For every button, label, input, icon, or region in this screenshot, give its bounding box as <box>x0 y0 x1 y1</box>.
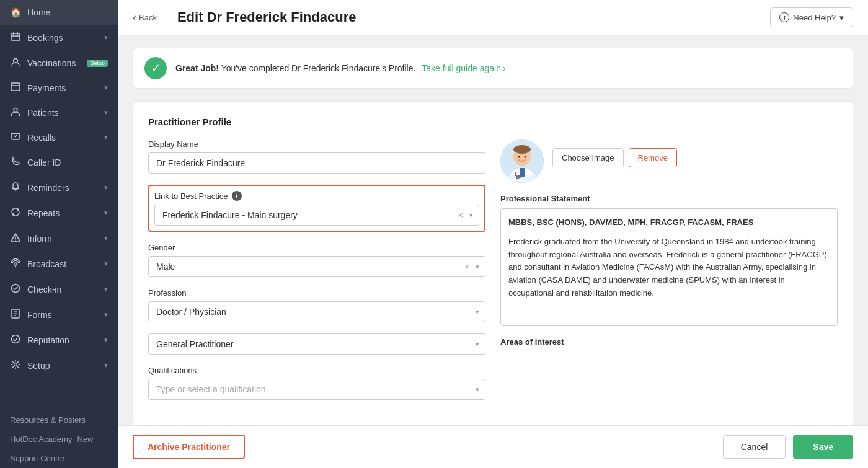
avatar-buttons: Choose Image Remove <box>552 148 677 167</box>
sidebar-item-label: Repeats <box>27 208 98 218</box>
footer-right: Cancel Save <box>723 435 853 459</box>
sidebar-item-repeats[interactable]: Repeats ▾ <box>0 200 118 226</box>
card-title: Practitioner Profile <box>148 117 838 127</box>
areas-of-interest-group: Areas of Interest <box>500 337 838 347</box>
form-right: Choose Image Remove Professional Stateme… <box>500 139 838 411</box>
sidebar-item-label: Setup <box>27 361 98 371</box>
display-name-label: Display Name <box>148 139 485 149</box>
professional-statement-content[interactable]: MBBS, BSC (HONS), DAVMED, MPH, FRACGP, F… <box>500 208 838 326</box>
sidebar-item-reputation[interactable]: Reputation ▾ <box>0 327 118 353</box>
resources-label: Resources & Posters <box>10 415 86 425</box>
banner-message: Great Job! You've completed Dr Frederick… <box>175 63 506 74</box>
link-select-wrapper: Frederick Findacure - Main surgery × ▾ <box>154 205 479 226</box>
info-icon: i <box>779 12 789 22</box>
home-icon: 🏠 <box>10 7 21 18</box>
chevron-down-icon: ▾ <box>104 285 108 293</box>
help-button[interactable]: i Need Help? ▾ <box>770 7 853 27</box>
clear-icon[interactable]: × <box>458 210 463 220</box>
qualifications-label: Qualifications <box>148 366 485 375</box>
sidebar-item-label: Vaccinations <box>27 58 78 68</box>
sidebar-item-vaccinations[interactable]: Vaccinations Setup <box>0 50 118 76</box>
chevron-down-icon: ▾ <box>839 13 844 22</box>
gender-select-wrapper: Male × ▾ <box>148 256 485 277</box>
sidebar-item-label: Broadcast <box>27 259 98 269</box>
archive-practitioner-button[interactable]: Archive Practitioner <box>133 435 245 459</box>
remove-button[interactable]: Remove <box>629 148 677 167</box>
topbar-left: Back Edit Dr Frederick Findacure <box>133 9 356 26</box>
hotdoc-label: HotDoc Academy <box>10 435 72 444</box>
sidebar-item-inform[interactable]: Inform ▾ <box>0 226 118 251</box>
chevron-down-icon: ▾ <box>104 311 108 319</box>
svg-point-18 <box>12 335 20 343</box>
sidebar-item-checkin[interactable]: Check-in ▾ <box>0 276 118 302</box>
specialty-group: General Practitioner ▾ <box>148 333 485 355</box>
sidebar-item-label: Reminders <box>27 183 98 193</box>
cancel-button[interactable]: Cancel <box>723 435 786 459</box>
link-to-best-practice-group: Link to Best Practice i Frederick Findac… <box>148 185 485 232</box>
sidebar-item-label: Payments <box>27 83 98 93</box>
sidebar-item-home[interactable]: 🏠 Home <box>0 0 118 25</box>
choose-image-button[interactable]: Choose Image <box>552 148 624 167</box>
svg-rect-0 <box>11 33 20 40</box>
sidebar-item-broadcast[interactable]: Broadcast ▾ <box>0 251 118 276</box>
profession-group: Profession Doctor / Physician ▾ <box>148 288 485 322</box>
completion-banner: ✓ Great Job! You've completed Dr Frederi… <box>133 48 853 89</box>
chevron-down-icon: ▾ <box>104 84 108 92</box>
profession-select-wrapper: Doctor / Physician ▾ <box>148 301 485 322</box>
sidebar-item-callerid[interactable]: Caller ID <box>0 149 118 175</box>
recalls-icon <box>10 132 21 143</box>
sidebar-item-label: Reputation <box>27 335 98 345</box>
svg-point-25 <box>518 156 520 158</box>
profession-select[interactable]: Doctor / Physician <box>148 301 485 322</box>
sidebar-item-recalls[interactable]: Recalls ▾ <box>0 125 118 149</box>
sidebar-item-setup[interactable]: Setup ▾ <box>0 353 118 378</box>
help-label: Need Help? <box>793 13 836 22</box>
banner-bold: Great Job! <box>175 63 219 73</box>
chevron-down-icon: ▾ <box>104 33 108 42</box>
areas-of-interest-label: Areas of Interest <box>500 337 838 347</box>
chevron-down-icon: ▾ <box>104 133 108 141</box>
bookings-icon <box>10 32 21 43</box>
specialty-select[interactable]: General Practitioner <box>148 333 485 355</box>
link-select[interactable]: Frederick Findacure - Main surgery <box>154 205 479 226</box>
sidebar-item-bookings[interactable]: Bookings ▾ <box>0 25 118 50</box>
topbar: Back Edit Dr Frederick Findacure i Need … <box>118 0 868 35</box>
sidebar-item-label: Recalls <box>27 133 98 143</box>
save-button[interactable]: Save <box>793 435 853 459</box>
sidebar-item-label: Inform <box>27 234 98 244</box>
repeats-icon <box>10 207 21 219</box>
inform-icon <box>10 232 21 244</box>
qualifications-group: Qualifications Type or select a qualific… <box>148 366 485 400</box>
chevron-down-icon: ▾ <box>104 336 108 344</box>
gender-label: Gender <box>148 243 485 252</box>
sidebar-item-forms[interactable]: Forms ▾ <box>0 302 118 327</box>
gender-select[interactable]: Male <box>148 256 485 277</box>
reminders-icon <box>10 182 21 193</box>
sidebar-item-label: Bookings <box>27 33 98 43</box>
sidebar-footer-hotdoc[interactable]: HotDoc Academy New <box>0 430 118 449</box>
sidebar-footer-resources[interactable]: Resources & Posters <box>0 410 118 430</box>
sidebar-item-payments[interactable]: Payments ▾ <box>0 76 118 100</box>
sidebar-footer-support[interactable]: Support Centre <box>0 449 118 468</box>
display-name-input[interactable] <box>148 152 485 174</box>
professional-statement-label: Professional Statement <box>500 194 838 203</box>
form-left: Display Name Link to Best Practice i Fre… <box>148 139 485 411</box>
info-icon: i <box>232 191 242 201</box>
svg-rect-22 <box>520 168 525 177</box>
bio-text: Frederick graduated from the University … <box>508 236 830 300</box>
sidebar-item-reminders[interactable]: Reminders ▾ <box>0 175 118 200</box>
clear-icon[interactable]: × <box>464 262 469 272</box>
forms-icon <box>10 309 21 320</box>
practitioner-profile-card: Practitioner Profile Display Name Link t… <box>133 101 853 426</box>
sidebar: 🏠 Home Bookings ▾ Vaccinations Setup Pay… <box>0 0 118 468</box>
sidebar-item-label: Patients <box>27 108 98 118</box>
footer: Archive Practitioner Cancel Save <box>118 425 868 468</box>
profession-label: Profession <box>148 288 485 298</box>
qualifications-select[interactable]: Type or select a qualification <box>148 379 485 400</box>
banner-link[interactable]: Take full guide again › <box>422 63 505 73</box>
professional-statement-group: Professional Statement MBBS, BSC (HONS),… <box>500 194 838 326</box>
avatar <box>500 139 544 183</box>
back-button[interactable]: Back <box>133 11 157 24</box>
gender-group: Gender Male × ▾ <box>148 243 485 277</box>
sidebar-item-patients[interactable]: Patients ▾ <box>0 100 118 125</box>
